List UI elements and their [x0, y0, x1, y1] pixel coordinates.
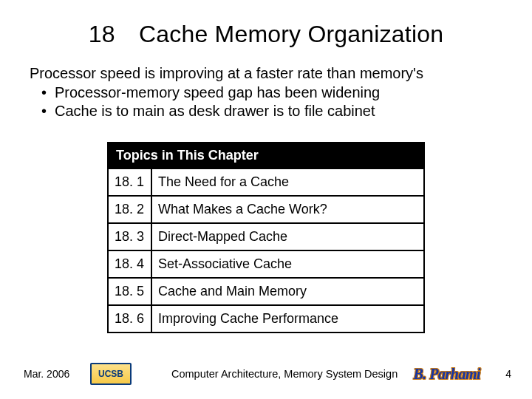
table-row: 18. 5 Cache and Main Memory	[109, 278, 423, 305]
intro-block: Processor speed is improving at a faster…	[30, 64, 502, 121]
table-row: 18. 1 The Need for a Cache	[109, 168, 423, 196]
topic-num: 18. 6	[109, 305, 151, 332]
topic-title: Set-Associative Cache	[151, 250, 423, 278]
page-number: 4	[499, 368, 511, 380]
table-row: 18. 3 Direct-Mapped Cache	[109, 223, 423, 250]
table-row: 18. 6 Improving Cache Performance	[109, 305, 423, 332]
intro-bullet: Cache is to main as desk drawer is to fi…	[30, 102, 502, 121]
topic-title: The Need for a Cache	[151, 168, 423, 196]
topic-title: Direct-Mapped Cache	[151, 223, 423, 250]
ucsb-logo-icon: UCSB	[90, 363, 132, 385]
table-row: 18. 4 Set-Associative Cache	[109, 250, 423, 278]
page-title: 18 Cache Memory Organization	[30, 21, 502, 48]
topic-num: 18. 2	[109, 196, 151, 223]
intro-lead: Processor speed is improving at a faster…	[30, 64, 502, 83]
topic-title: What Makes a Cache Work?	[151, 196, 423, 223]
table-row: 18. 2 What Makes a Cache Work?	[109, 196, 423, 223]
topic-title: Cache and Main Memory	[151, 278, 423, 305]
topic-title: Improving Cache Performance	[151, 305, 423, 332]
intro-bullet: Processor-memory speed gap has been wide…	[30, 83, 502, 103]
topic-num: 18. 4	[109, 250, 151, 278]
footer-date: Mar. 2006	[24, 368, 90, 380]
slide: 18 Cache Memory Organization Processor s…	[0, 0, 532, 399]
footer-center: Computer Architecture, Memory System Des…	[171, 368, 413, 380]
topic-num: 18. 1	[109, 168, 151, 196]
topic-num: 18. 5	[109, 278, 151, 305]
topics-table: 18. 1 The Need for a Cache 18. 2 What Ma…	[109, 168, 423, 332]
topic-num: 18. 3	[109, 223, 151, 250]
topics-box: Topics in This Chapter 18. 1 The Need fo…	[107, 142, 425, 333]
topics-header: Topics in This Chapter	[109, 143, 423, 168]
footer-author: B. Parhami	[413, 366, 480, 383]
footer: Mar. 2006 UCSB Computer Architecture, Me…	[0, 359, 532, 389]
